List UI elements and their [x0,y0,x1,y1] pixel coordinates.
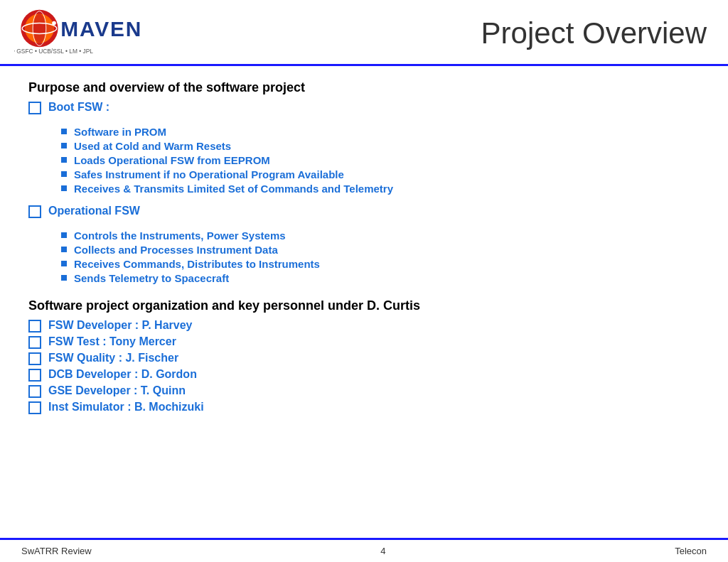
list-item: Receives Commands, Distributes to Instru… [61,258,700,270]
footer-page-number: 4 [380,546,385,556]
bullet-icon [61,143,67,148]
list-item: Receives & Transmits Limited Set of Comm… [61,183,700,195]
checklist-item-test: FSW Test : Tony Mercer [28,335,700,349]
section1-heading: Purpose and overview of the software pro… [28,80,700,95]
checkbox-icon-boot [28,102,41,114]
bullet-icon [61,185,67,191]
list-item: Software in PROM [61,126,700,138]
checklist-item-quality: FSW Quality : J. Fischer [28,352,700,365]
operational-list: Operational FSW [28,205,700,218]
checklist-item-operational: Operational FSW [28,205,700,218]
checklist-item-sim: Inst Simulator : B. Mochizuki [28,401,700,414]
checkbox-icon [28,320,41,333]
operational-fsw-label: Operational FSW [48,205,140,217]
boot-sub-list: Software in PROM Used at Cold and Warm R… [61,126,700,195]
checklist-item-dcb: DCB Developer : D. Gordon [28,368,700,382]
list-item: Collects and Processes Instrument Data [61,244,700,256]
bullet-icon [61,129,67,134]
bullet-icon [61,157,67,163]
svg-text:CU/LASP • GSFC • UCB/SSL • LM : CU/LASP • GSFC • UCB/SSL • LM • JPL [14,48,93,55]
svg-point-6 [52,21,56,26]
checklist-item-boot: Boot FSW : [28,101,700,114]
personnel-item: Inst Simulator : B. Mochizuki [48,401,204,414]
main-content: Purpose and overview of the software pro… [0,66,728,433]
section1-group: Boot FSW : Software in PROM Used at Cold… [28,101,700,284]
checkbox-icon [28,369,41,382]
header: MAVEN CU/LASP • GSFC • UCB/SSL • LM • JP… [0,0,728,66]
page-title: Project Overview [481,16,707,50]
svg-point-3 [25,23,54,34]
bullet-icon [61,275,67,281]
personnel-item: FSW Quality : J. Fischer [48,352,178,364]
checkbox-icon-operational [28,205,41,218]
footer-left-text: SwATRR Review [21,546,92,556]
list-item: Loads Operational FSW from EEPROM [61,154,700,166]
list-item: Safes Instrument if no Operational Progr… [61,168,700,180]
bullet-icon [61,261,67,266]
personnel-item: GSE Developer : T. Quinn [48,384,186,397]
list-item: Used at Cold and Warm Resets [61,140,700,152]
bullet-icon [61,171,67,177]
footer-right-text: Telecon [675,546,707,556]
boot-fsw-label: Boot FSW : [48,101,109,114]
bullet-icon [61,247,67,252]
checklist-item-dev: FSW Developer : P. Harvey [28,319,700,333]
section1-list: Boot FSW : [28,101,700,114]
checkbox-icon [28,336,41,349]
section2-heading: Software project organization and key pe… [28,298,700,313]
operational-sub-list: Controls the Instruments, Power Systems … [61,229,700,284]
list-item: Controls the Instruments, Power Systems [61,229,700,242]
list-item: Sends Telemetry to Spacecraft [61,272,700,284]
svg-text:MAVEN: MAVEN [60,17,142,40]
footer: SwATRR Review 4 Telecon [0,538,728,562]
checkbox-icon [28,352,41,365]
checklist-item-gse: GSE Developer : T. Quinn [28,384,700,398]
logo-area: MAVEN CU/LASP • GSFC • UCB/SSL • LM • JP… [14,9,160,58]
personnel-item: DCB Developer : D. Gordon [48,368,197,381]
bullet-icon [61,232,67,238]
personnel-list: FSW Developer : P. Harvey FSW Test : Ton… [28,319,700,414]
personnel-item: FSW Developer : P. Harvey [48,319,192,332]
checkbox-icon [28,385,41,398]
maven-logo: MAVEN CU/LASP • GSFC • UCB/SSL • LM • JP… [14,9,160,58]
personnel-item: FSW Test : Tony Mercer [48,335,176,348]
checkbox-icon [28,401,41,414]
